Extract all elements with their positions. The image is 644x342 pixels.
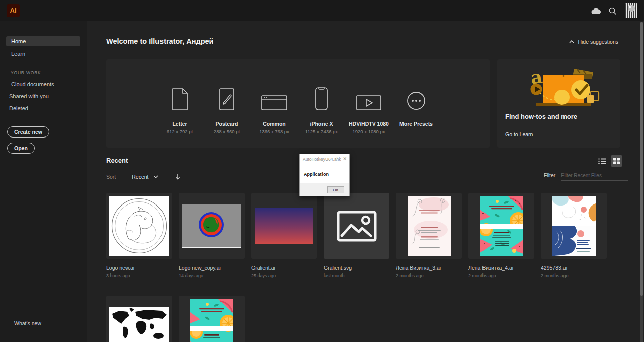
file-card-logo-new-copy[interactable]: Logo new_copy.ai 14 days ago [179, 193, 245, 284]
chevron-up-icon [569, 40, 574, 43]
preset-name: HDV/HDTV 1080 [349, 121, 389, 127]
preset-size: 1920 x 1080 px [353, 129, 385, 134]
file-time: 2 months ago [468, 273, 534, 278]
grid-view-button[interactable] [611, 155, 622, 167]
whats-new-link[interactable]: What's new [14, 320, 41, 326]
sidebar-item-shared-with-you[interactable]: Shared with you [4, 91, 78, 101]
preset-name: Postcard [216, 121, 238, 127]
scrollbar-thumb[interactable] [640, 22, 643, 296]
divider [167, 173, 167, 180]
learn-card-title: Find how-tos and more [505, 113, 577, 120]
preset-size: 1125 x 2436 px [305, 129, 338, 134]
hide-suggestions-button[interactable]: Hide suggestions [569, 39, 618, 45]
ellipsis-icon [406, 82, 426, 111]
preset-size: 288 x 560 pt [214, 129, 240, 134]
grid-view-icon [613, 158, 620, 164]
preset-more[interactable]: More Presets [392, 82, 440, 148]
sidebar-section-your-work: YOUR WORK [11, 70, 87, 75]
file-thumbnail-image-placeholder [324, 193, 389, 259]
preset-iphone-x[interactable]: iPhone X 1125 x 2436 px [298, 82, 345, 148]
sort-dropdown-value: Recent [132, 174, 148, 180]
preset-postcard[interactable]: Postcard 288 x 560 pt [203, 82, 251, 148]
close-icon[interactable]: ✕ [343, 156, 347, 161]
go-to-learn-link[interactable]: Go to Learn [505, 131, 533, 138]
sidebar-item-label: Home [11, 38, 26, 44]
file-thumbnail-lineart-logo [106, 193, 172, 259]
preset-size: 612 x 792 pt [167, 129, 193, 134]
preset-hdv-hdtv[interactable]: HDV/HDTV 1080 1920 x 1080 px [345, 82, 392, 148]
sidebar-item-cloud-documents[interactable]: Cloud documents [6, 79, 80, 89]
open-button[interactable]: Open [7, 143, 35, 154]
file-card-logo-new[interactable]: Logo new.ai 3 hours ago [106, 193, 172, 284]
sidebar: Home Learn YOUR WORK Cloud documents Sha… [0, 21, 87, 342]
file-name: Лена Визитка_4.ai [468, 265, 534, 271]
sort-label: Sort [106, 174, 116, 180]
sidebar-item-deleted[interactable]: Deleted [4, 103, 78, 113]
recent-files-grid: Logo new.ai 3 hours ago Logo new_copy.ai… [106, 193, 607, 342]
chevron-down-icon [153, 175, 158, 178]
file-card-gralient-svg[interactable]: Gralient.svg last month [324, 193, 389, 284]
sidebar-item-label: Cloud documents [11, 81, 54, 87]
file-name: Logo new_copy.ai [179, 265, 245, 271]
list-view-icon [598, 158, 606, 164]
list-view-button[interactable] [596, 155, 608, 167]
file-thumbnail-teal-card [179, 296, 245, 342]
preset-letter[interactable]: Letter 612 x 792 pt [156, 82, 203, 148]
scrollbar-track [640, 296, 643, 342]
browser-icon [261, 82, 288, 111]
dialog-message: Application [304, 172, 329, 177]
hide-suggestions-label: Hide suggestions [578, 39, 618, 45]
file-card-4295783[interactable]: 4295783.ai 2 months ago [541, 193, 607, 284]
suggestions-panel: Letter 612 x 792 pt Postcard 288 x 560 p… [106, 59, 490, 148]
file-name: Gralient.svg [324, 265, 389, 271]
file-name: Logo new.ai [106, 265, 172, 271]
preset-name: Letter [172, 121, 187, 127]
create-new-button[interactable]: Create new [7, 126, 49, 138]
file-card-lena-vizitka-4[interactable]: Лена Визитка_4.ai 2 months ago [468, 193, 534, 284]
file-card-world-map[interactable] [106, 296, 172, 342]
sidebar-item-learn[interactable]: Learn [6, 49, 80, 59]
filter-input[interactable] [561, 172, 628, 181]
file-thumbnail-pink-card [396, 193, 462, 259]
image-placeholder-icon [337, 211, 377, 242]
file-name: Лена Визитка_3.ai [396, 265, 462, 271]
ok-button[interactable]: OK [327, 186, 344, 193]
sidebar-item-label: Shared with you [9, 93, 49, 99]
learn-card[interactable]: a Find how-tos and more Go to Learn [497, 59, 620, 148]
sidebar-item-label: Deleted [9, 105, 28, 111]
filter-label: Filter [544, 172, 555, 178]
file-card-teal-2[interactable] [179, 296, 245, 342]
dialog-footer: OK [300, 183, 349, 196]
sort-dropdown[interactable]: Recent [132, 174, 158, 180]
autohotkey-dialog: AutoHotkeyU64.ahk ✕ Application OK [299, 154, 350, 196]
sidebar-item-label: Learn [11, 51, 25, 57]
user-avatar[interactable] [625, 3, 637, 18]
dialog-title: AutoHotkeyU64.ahk [303, 157, 341, 162]
file-time: last month [324, 273, 389, 278]
cloud-sync-icon[interactable] [591, 6, 602, 17]
preset-name: iPhone X [310, 121, 333, 127]
illustrator-logo[interactable]: Ai [7, 4, 20, 17]
file-thumbnail-circle-logo [179, 193, 245, 259]
recent-heading: Recent [106, 157, 128, 164]
sort-controls: Sort Recent [106, 173, 180, 180]
filter-controls: Filter [544, 172, 628, 181]
scrollbar[interactable] [640, 21, 643, 342]
file-thumbnail-abstract-card [541, 193, 607, 259]
file-time: 3 hours ago [106, 273, 172, 278]
learn-illustration: a [520, 63, 600, 114]
preset-name: Common [263, 121, 286, 127]
file-card-gralient-ai[interactable]: Gralient.ai 25 days ago [251, 193, 317, 284]
file-thumbnail-world-map [106, 296, 172, 342]
file-thumbnail-teal-card [468, 193, 534, 259]
file-time: 2 months ago [396, 273, 462, 278]
search-icon[interactable] [607, 6, 618, 17]
sidebar-item-home[interactable]: Home [6, 36, 80, 46]
file-name: Gralient.ai [251, 265, 317, 271]
preset-common[interactable]: Common 1366 x 768 px [251, 82, 298, 148]
file-card-lena-vizitka-3[interactable]: Лена Визитка_3.ai 2 months ago [396, 193, 462, 284]
document-icon [171, 82, 189, 111]
page-title: Welcome to Illustrator, Андрей [106, 37, 214, 45]
sort-direction-icon[interactable] [175, 174, 180, 180]
phone-icon [315, 82, 328, 111]
